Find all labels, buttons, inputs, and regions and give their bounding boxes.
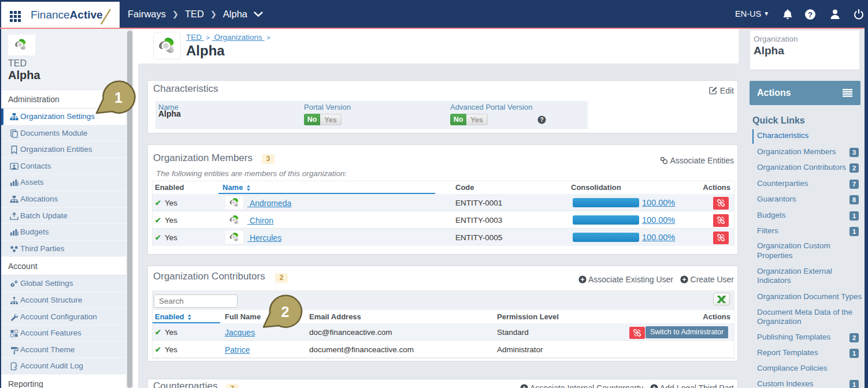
svg-text:1: 1 xyxy=(114,89,123,106)
svg-text:2: 2 xyxy=(281,304,290,320)
svg-text:?: ? xyxy=(808,10,813,19)
svg-text:?: ? xyxy=(540,117,543,123)
